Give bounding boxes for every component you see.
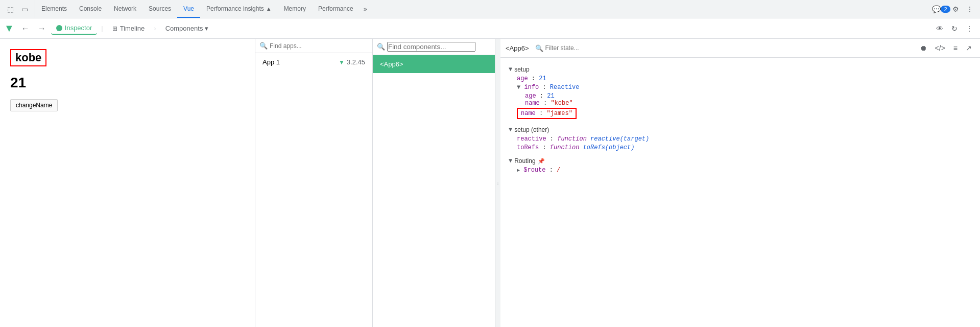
back-button[interactable]: ← <box>18 22 33 35</box>
tab-console[interactable]: Console <box>73 0 108 18</box>
app-version: ▼ 3.2.45 <box>339 58 365 66</box>
devtools-tabs: Elements Console Network Sources Vue Per… <box>35 0 371 18</box>
apps-search: 🔍 <box>255 39 372 53</box>
components-panel: 🔍 <App6> <box>373 39 495 327</box>
tab-elements[interactable]: Elements <box>35 0 73 18</box>
routing-section-title: Routing <box>514 157 535 165</box>
tab-right-icons: 💬 2 ⚙ ⋮ <box>935 3 980 15</box>
app-name: App 1 <box>262 58 280 66</box>
inspector-panel: <App6> 🔍 ⏺ </> ≡ ↗ ▼ setup <box>500 39 980 327</box>
info-reactive-label: Reactive <box>550 84 580 91</box>
settings-icon[interactable]: ⚙ <box>949 3 962 15</box>
inspector-header: <App6> 🔍 ⏺ </> ≡ ↗ <box>500 39 980 58</box>
timeline-grid-icon: ⊞ <box>112 25 117 32</box>
setup-other-expand-arrow[interactable]: ▼ <box>509 126 512 133</box>
pin-icon: 📌 <box>538 158 545 165</box>
app-list-item[interactable]: App 1 ▼ 3.2.45 <box>255 53 372 71</box>
setup-other-section-title: setup (other) <box>514 126 549 133</box>
setup-name-value: "james" <box>546 110 572 117</box>
refresh-icon[interactable]: ↻ <box>948 22 961 35</box>
tab-memory[interactable]: Memory <box>278 0 312 18</box>
record-icon[interactable]: ⏺ <box>917 42 930 54</box>
route-expand-arrow[interactable]: ▶ <box>517 168 520 173</box>
page-preview: kobe 21 changeName <box>0 39 255 327</box>
inspector-tab-label: Inspector <box>65 24 92 32</box>
info-key: info <box>524 84 539 91</box>
filter-search-icon: 🔍 <box>535 44 543 52</box>
tab-timeline[interactable]: ⊞ Timeline <box>107 22 150 34</box>
devtools-tabbar: ⬚ ▭ Elements Console Network Sources Vue… <box>0 0 980 18</box>
age-value: 21 <box>539 75 546 82</box>
route-item: ▶ $route : / <box>509 167 972 174</box>
routing-section-header[interactable]: ▼ Routing 📌 <box>509 157 972 165</box>
info-name-item: name : "kobe" <box>509 100 972 107</box>
info-expand-arrow[interactable]: ▼ <box>517 84 520 91</box>
more-options-icon[interactable]: ⋮ <box>963 22 976 35</box>
setup-info-item: ▼ info : Reactive <box>509 84 972 91</box>
vue-v-icon: ▼ <box>339 59 345 66</box>
app6-component-item[interactable]: <App6> <box>373 55 495 73</box>
apps-panel: 🔍 App 1 ▼ 3.2.45 <box>255 39 373 327</box>
age-key: age <box>517 75 528 82</box>
tab-network[interactable]: Network <box>108 0 142 18</box>
vue-logo-icon: ▼ <box>4 22 14 34</box>
tab-performance[interactable]: Performance <box>312 0 360 18</box>
open-in-editor-icon[interactable]: ↗ <box>963 42 975 54</box>
ellipsis-icon[interactable]: ⋮ <box>964 3 976 15</box>
setup-name-item: name : "james" <box>517 108 577 119</box>
chevron-down-icon: ▾ <box>205 25 208 32</box>
state-content: ▼ setup age : 21 ▼ info : Reactive age : <box>500 58 980 327</box>
setup-section-header[interactable]: ▼ setup <box>509 66 972 73</box>
resize-handle[interactable]: ⋮ <box>495 39 500 327</box>
forward-button[interactable]: → <box>35 22 49 35</box>
chat-badge: 2 <box>941 6 950 13</box>
routing-expand-arrow[interactable]: ▼ <box>509 157 512 165</box>
separator2: › <box>154 25 156 32</box>
change-name-button[interactable]: changeName <box>10 99 58 111</box>
torefs-item: toRefs : function toRefs(object) <box>509 144 972 151</box>
info-age-item: age : 21 <box>509 92 972 100</box>
info-age-value: 21 <box>547 92 554 100</box>
more-tabs-button[interactable]: » <box>360 5 371 13</box>
device-icon[interactable]: ▭ <box>18 3 31 15</box>
setup-name-key: name <box>521 110 536 117</box>
reactive-key: reactive <box>517 135 546 143</box>
reactive-item: reactive : function reactive(target) <box>509 135 972 143</box>
route-value: / <box>557 167 560 174</box>
tab-vue[interactable]: Vue <box>177 0 200 18</box>
info-name-value: "kobe" <box>551 100 572 107</box>
chat-icon[interactable]: 💬 2 <box>935 3 947 15</box>
toolbar-icons-group: ⬚ ▭ <box>0 0 35 18</box>
page-number: 21 <box>10 75 245 91</box>
resize-dots-icon: ⋮ <box>496 181 500 185</box>
filter-area: 🔍 <box>535 44 911 52</box>
devtools-panel: 🔍 App 1 ▼ 3.2.45 🔍 <App6> ⋮ <box>255 39 980 327</box>
tab-performance-insights[interactable]: Performance insights ▲ <box>200 0 278 18</box>
separator: | <box>101 25 103 32</box>
search-icon: 🔍 <box>259 42 268 50</box>
torefs-func-name: toRefs(object) <box>583 144 635 151</box>
route-key: $route <box>523 167 545 174</box>
inspector-icon <box>56 25 62 31</box>
components-label: Components <box>165 25 203 32</box>
apps-search-input[interactable] <box>270 42 368 50</box>
main-content: kobe 21 changeName 🔍 App 1 ▼ 3.2.45 🔍 <box>0 39 980 327</box>
eye-icon[interactable]: 👁 <box>933 22 946 35</box>
info-age-key: age <box>525 92 536 100</box>
components-search-input[interactable] <box>387 42 475 52</box>
page-title: kobe <box>10 49 46 66</box>
components-search: 🔍 <box>373 39 495 55</box>
filter-state-input[interactable] <box>545 44 622 52</box>
list-icon[interactable]: ≡ <box>950 42 961 54</box>
cursor-icon[interactable]: ⬚ <box>4 3 16 15</box>
tab-inspector[interactable]: Inspector <box>51 22 97 35</box>
setup-other-section-header[interactable]: ▼ setup (other) <box>509 126 972 133</box>
code-icon[interactable]: </> <box>932 42 948 54</box>
tab-sources[interactable]: Sources <box>142 0 177 18</box>
components-dropdown[interactable]: Components ▾ <box>160 22 214 34</box>
inspector-component-title: <App6> <box>506 44 529 52</box>
inspector-right-actions: 👁 ↻ ⋮ <box>933 22 976 35</box>
vue-toolbar: ▼ ← → Inspector | ⊞ Timeline › Component… <box>0 18 980 39</box>
setup-section-title: setup <box>514 66 529 73</box>
setup-expand-arrow[interactable]: ▼ <box>509 66 512 73</box>
